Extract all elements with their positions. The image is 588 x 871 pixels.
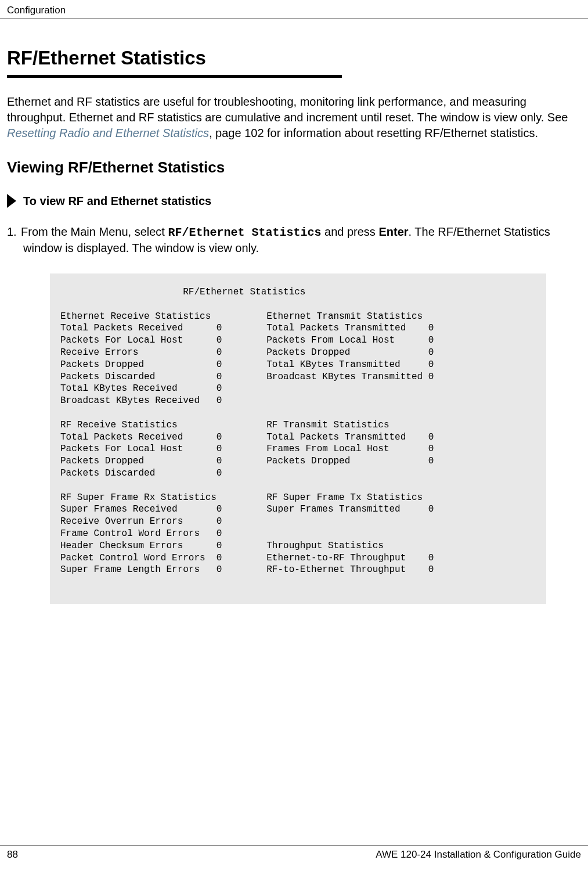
page-number: 88 [7, 849, 18, 861]
step-text-mid: and press [321, 225, 378, 238]
page-header: Configuration [0, 0, 588, 19]
page-content: RF/Ethernet Statistics Ethernet and RF s… [0, 47, 588, 604]
main-heading: RF/Ethernet Statistics [7, 47, 581, 75]
key-name: Enter [378, 225, 408, 238]
intro-paragraph: Ethernet and RF statistics are useful fo… [7, 94, 581, 141]
statistics-window: RF/Ethernet Statistics Ethernet Receive … [50, 273, 546, 604]
intro-text-part2: , page 102 for information about resetti… [209, 127, 538, 139]
section-name: Configuration [7, 5, 588, 19]
step-1: 1.From the Main Menu, select RF/Ethernet… [23, 224, 581, 256]
sub-heading: Viewing RF/Ethernet Statistics [7, 159, 581, 177]
arrow-icon [7, 194, 16, 208]
step-number: 1. [7, 224, 21, 240]
step-list: 1.From the Main Menu, select RF/Ethernet… [7, 224, 581, 256]
intro-text-part1: Ethernet and RF statistics are useful fo… [7, 95, 568, 124]
cross-reference-link[interactable]: Resetting Radio and Ethernet Statistics [7, 127, 209, 139]
heading-underline [7, 75, 342, 78]
menu-item-name: RF/Ethernet Statistics [168, 226, 321, 239]
procedure-title-row: To view RF and Ethernet statistics [7, 194, 581, 208]
page-footer: 88 AWE 120-24 Installation & Configurati… [0, 845, 588, 861]
footer-title: AWE 120-24 Installation & Configuration … [376, 849, 581, 861]
procedure-title-text: To view RF and Ethernet statistics [23, 195, 211, 208]
step-text-prefix: From the Main Menu, select [21, 225, 168, 238]
svg-marker-0 [7, 194, 16, 208]
